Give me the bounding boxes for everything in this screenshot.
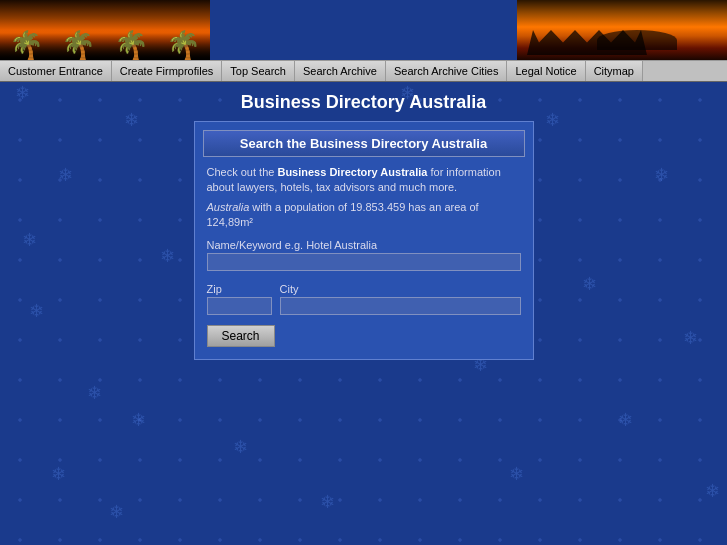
keyword-label: Name/Keyword e.g. Hotel Australia [207,239,521,251]
page-wrapper: 🌴 🌴 🌴 🌴 Customer Entrance Create Firmpro… [0,0,727,360]
header-image-right [517,0,727,60]
search-button[interactable]: Search [207,325,275,347]
city-label: City [280,283,521,295]
nav-search-archive[interactable]: Search Archive [295,61,386,81]
zip-city-row: Zip City [207,275,521,315]
search-body: Check out the Business Directory Austral… [195,165,533,359]
population-text: Australia with a population of 19.853.45… [207,200,521,231]
header-images: 🌴 🌴 🌴 🌴 [0,0,727,60]
description-text: Check out the Business Directory Austral… [207,165,521,196]
zip-input[interactable] [207,297,272,315]
keyword-input[interactable] [207,253,521,271]
nav-legal-notice[interactable]: Legal Notice [507,61,585,81]
nav-top-search[interactable]: Top Search [222,61,295,81]
nav-customer-entrance[interactable]: Customer Entrance [0,61,112,81]
nav-search-archive-cities[interactable]: Search Archive Cities [386,61,508,81]
page-title: Business Directory Australia [0,82,727,121]
zip-field-group: Zip [207,275,272,315]
header-image-left: 🌴 🌴 🌴 🌴 [0,0,210,60]
description-link: Business Directory Australia [277,166,427,178]
navbar: Customer Entrance Create Firmprofiles To… [0,60,727,82]
nav-citymap[interactable]: Citymap [586,61,643,81]
search-section-title: Search the Business Directory Australia [203,130,525,157]
city-field-group: City [280,275,521,315]
city-input[interactable] [280,297,521,315]
search-container: Search the Business Directory Australia … [194,121,534,360]
zip-label: Zip [207,283,272,295]
header-gap [210,0,517,60]
nav-create-firmprofiles[interactable]: Create Firmprofiles [112,61,223,81]
country-name: Australia [207,201,250,213]
